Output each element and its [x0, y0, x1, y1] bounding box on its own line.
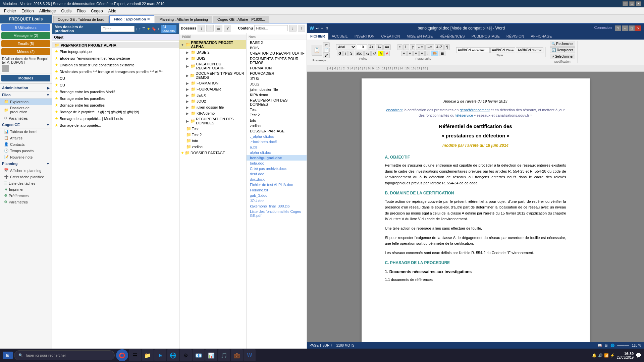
content-item[interactable]: FOURCADIER	[247, 71, 307, 76]
taskbar-word-button[interactable]: W	[244, 349, 256, 361]
help-button[interactable]: ?	[224, 25, 231, 32]
tab-cogeo-tableau[interactable]: Cogeo GE : Tableau de bord	[53, 16, 109, 23]
view-web-icon[interactable]: 🌐	[610, 344, 614, 347]
messagerie-badge[interactable]: Messagerie (2)	[1, 32, 50, 39]
word-tab-affichage[interactable]: AFFICHAGE	[527, 33, 555, 40]
font-color-button[interactable]: A	[384, 51, 390, 56]
decrease-indent-button[interactable]: ←≡	[416, 44, 425, 50]
sidebar-section-cogeo[interactable]: Cogeo GE ▼	[0, 121, 52, 128]
maximize-button[interactable]: □	[629, 1, 635, 6]
move-down-button[interactable]: ↓	[198, 25, 205, 32]
connection-label[interactable]: Connexion	[594, 25, 612, 31]
file-filter-input[interactable]	[101, 26, 135, 32]
taskbar-edge-button[interactable]: e	[154, 349, 166, 361]
sidebar-item-create-task[interactable]: ➕ Créer tâche planifiée	[0, 174, 52, 180]
content-down-btn[interactable]: ↓	[289, 25, 297, 32]
folder-tree-item[interactable]: ▼ 📁 PREPARATION PROJET ALPHA	[179, 40, 246, 49]
bold-button[interactable]: G	[337, 51, 343, 56]
sidebar-item-print[interactable]: 🖨 Imprimer	[0, 186, 52, 192]
sidebar-section-fileo[interactable]: Fileo ▼	[0, 92, 52, 99]
replace-ribbon-button[interactable]: 🔄 Remplacer	[550, 47, 575, 53]
word-tab-accueil[interactable]: ACCUEIL	[328, 33, 351, 40]
list-item[interactable]: 📁 PREPARATION PROJET ALPHA	[52, 42, 179, 48]
taskbar-search[interactable]: 🔍 Taper ici pour rechercher	[14, 350, 115, 360]
taskbar-explorer-button[interactable]: 📁	[142, 349, 154, 361]
word-question-button[interactable]: ?	[615, 25, 621, 31]
font-shrink-button[interactable]: A-	[376, 44, 383, 50]
word-tab-misepage[interactable]: MISE EN PAGE	[403, 33, 436, 40]
list-item[interactable]: ★ Bomage de la propriété... f gfj ghfj g…	[52, 109, 179, 115]
sidebar-item-preferences[interactable]: ⚙ Préférences	[0, 192, 52, 199]
folder-tree-item[interactable]: ▶ 📁 FORMATION	[179, 80, 246, 86]
down-icon[interactable]: ↓	[136, 27, 138, 31]
users-badge[interactable]: 5 Utilisateurs	[1, 24, 50, 31]
style-eleve[interactable]: AaBbCcI Elevé	[490, 47, 516, 53]
menu-aide[interactable]: Aide	[106, 8, 119, 14]
list-item[interactable]: ★ Bomage de la propriété... | Modif Loui…	[52, 115, 179, 122]
format-painter-button[interactable]: 🖌	[323, 53, 330, 58]
cut-button[interactable]: ✂	[323, 42, 330, 47]
copy-button[interactable]: 📄	[323, 48, 330, 53]
list-icon[interactable]: ☰	[142, 27, 146, 31]
content-item[interactable]: Floriane.txt	[247, 187, 307, 193]
star-icon[interactable]: ★	[147, 27, 150, 31]
menu-outils[interactable]: Outils	[59, 8, 74, 14]
superscript-button[interactable]: x²	[371, 51, 377, 56]
font-grow-button[interactable]: A+	[368, 44, 375, 50]
memos-badge[interactable]: Mémos (2)	[1, 48, 50, 55]
sidebar-item-tableau[interactable]: 📊 Tableau de bord	[0, 128, 52, 135]
taskbar-app9-button[interactable]: 💼	[231, 349, 243, 361]
content-item[interactable]: kakemono_final_300.zip	[247, 203, 307, 209]
close-button[interactable]: ✕	[636, 1, 641, 6]
notification-icon[interactable]: 💬	[636, 353, 641, 358]
font-size-input[interactable]	[357, 44, 367, 50]
sidebar-item-contacts[interactable]: 👤 Contacts	[0, 141, 52, 147]
word-tab-revision[interactable]: RÉVISION	[503, 33, 528, 40]
content-item[interactable]: BASE 2	[247, 40, 307, 45]
taskbar-app7-button[interactable]: 📊	[205, 349, 217, 361]
word-minimize-button[interactable]: −	[622, 25, 628, 31]
italic-button[interactable]: I	[343, 51, 348, 56]
list-item[interactable]: ★ CU	[52, 82, 179, 88]
content-item[interactable]: .~lock.beta.doc#	[247, 139, 307, 144]
content-item[interactable]: CREATION DU RECAPITULATIF	[247, 51, 307, 56]
expand-icon[interactable]: ▶	[186, 57, 190, 60]
folder-tree-item[interactable]: ▶ 📁 DOCUMENTS TYPES POUR DEMOS	[179, 71, 246, 80]
content-item[interactable]: Liste des fonctionnalités Cogeo GE.pdf	[247, 209, 307, 218]
content-item[interactable]: toto	[247, 118, 307, 123]
numbering-button[interactable]: 1.	[403, 44, 409, 50]
fill-color-button[interactable]: 🎨	[431, 51, 438, 56]
folder-tree-item[interactable]: ▶ 📁 JOU2	[179, 98, 246, 104]
word-tab-publipostage[interactable]: PUBLIPOSTAGE	[468, 33, 503, 40]
folder-tree-item[interactable]: ▶ 📁 CREATION DU RECAPITULATIF	[179, 61, 246, 71]
emails-badge[interactable]: Emails (5)	[1, 40, 50, 47]
modules-label[interactable]: Modules	[1, 75, 50, 81]
word-document-area[interactable]: Annexe 2 de l'arrêté du 19 février 2013 …	[307, 72, 644, 342]
clock[interactable]: 16:39 22/03/2019	[617, 352, 634, 359]
content-item[interactable]: BOIS	[247, 45, 307, 51]
sidebar-item-task-list[interactable]: ☰ Liste des tâches	[0, 180, 52, 186]
content-item[interactable]: Test 2	[247, 112, 307, 118]
bookmark-icon[interactable]: 🔖	[152, 27, 156, 31]
expand-icon[interactable]: ▶	[186, 51, 190, 54]
highlight-button[interactable]: A	[378, 51, 384, 56]
border-button[interactable]: ▦	[439, 51, 445, 56]
folder-tree-item[interactable]: ▶ 📁 KIPA demo	[179, 110, 246, 116]
content-item[interactable]: a.xls	[247, 144, 307, 150]
content-filter-input[interactable]	[254, 25, 288, 31]
content-item[interactable]: FORMATION	[247, 65, 307, 71]
list-item[interactable]: ★ Bomage de la propriété...	[52, 122, 179, 129]
content-item[interactable]: KIPA demo	[247, 92, 307, 98]
show-para-button[interactable]: ¶	[444, 44, 449, 50]
menu-fileo[interactable]: Fileo	[74, 8, 88, 14]
subscript-button[interactable]: x₁	[364, 51, 371, 56]
folder-tree-item[interactable]: ▶ 📁 JEUX	[179, 92, 246, 98]
word-maximize-button[interactable]: □	[629, 25, 635, 31]
folder-tree-item[interactable]: ▶ 📁 BASE 2	[179, 49, 246, 55]
list-item[interactable]: ★ Plan topographique	[52, 48, 179, 55]
content-item[interactable]: DOSSIER PARTAGE	[247, 128, 307, 134]
line-spacing-button[interactable]: ↕	[425, 51, 430, 56]
sidebar-item-note[interactable]: 📝 Nouvelle note	[0, 154, 52, 160]
taskbar-chrome-button[interactable]: 🌐	[167, 349, 179, 361]
content-item[interactable]: JEUX	[247, 76, 307, 81]
